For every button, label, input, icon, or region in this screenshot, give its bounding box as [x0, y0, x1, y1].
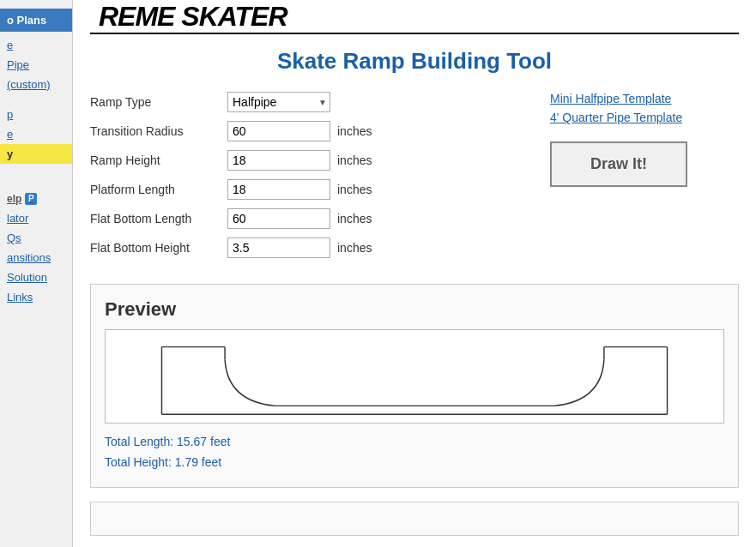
header-bar: REME SKATER — [90, 0, 739, 34]
platform-length-label: Platform Length — [90, 183, 227, 196]
sidebar-item-custom[interactable]: (custom) — [0, 75, 72, 94]
flat-bottom-length-label: Flat Bottom Length — [90, 212, 227, 225]
preview-svg — [106, 330, 723, 423]
ramp-height-row: Ramp Height inches — [90, 150, 524, 171]
ramp-type-select[interactable]: Halfpipe Quarter Pipe Mini Ramp — [227, 92, 330, 112]
sidebar-item-solution[interactable]: Solution — [0, 267, 72, 287]
platform-length-row: Platform Length inches — [90, 179, 524, 200]
flat-bottom-height-unit: inches — [337, 241, 372, 255]
sidebar-item-e2[interactable]: e — [0, 124, 72, 144]
template-link-mini-halfpipe[interactable]: Mini Halfpipe Template — [550, 92, 739, 105]
form-fields: Ramp Type Halfpipe Quarter Pipe Mini Ram… — [90, 92, 524, 267]
transition-radius-row: Transition Radius inches — [90, 121, 524, 141]
transition-radius-label: Transition Radius — [90, 124, 227, 138]
sidebar-item-calculator[interactable]: lator — [0, 208, 72, 228]
flat-bottom-length-row: Flat Bottom Length inches — [90, 208, 524, 229]
ramp-height-input[interactable] — [227, 150, 330, 171]
ramp-type-select-wrapper: Halfpipe Quarter Pipe Mini Ramp ▼ — [227, 92, 330, 112]
header-logo: REME SKATER — [99, 1, 287, 33]
sidebar: o Plans e Pipe (custom) p e y elp P lato… — [0, 0, 73, 547]
preview-stats: Total Length: 15.67 feet Total Height: 1… — [105, 432, 724, 473]
preview-canvas — [105, 329, 724, 424]
sidebar-section-2: p e y — [0, 105, 72, 164]
transition-radius-input[interactable] — [227, 121, 330, 141]
sidebar-item-p[interactable]: p — [0, 105, 72, 124]
preview-box: Preview — [90, 284, 739, 488]
flat-bottom-length-input[interactable] — [227, 208, 330, 229]
form-area: Ramp Type Halfpipe Quarter Pipe Mini Ram… — [90, 92, 739, 267]
ramp-height-unit: inches — [337, 153, 372, 167]
sidebar-item-y[interactable]: y — [0, 144, 72, 164]
platform-length-input[interactable] — [227, 179, 330, 200]
bottom-box — [90, 502, 739, 536]
sidebar-item-pipe[interactable]: Pipe — [0, 55, 72, 75]
ramp-height-label: Ramp Height — [90, 153, 227, 167]
total-height-stat: Total Height: 1.79 feet — [105, 453, 724, 473]
sidebar-item-transitions[interactable]: ansitions — [0, 248, 72, 267]
template-link-quarter-pipe[interactable]: 4' Quarter Pipe Template — [550, 111, 739, 124]
preview-title: Preview — [105, 298, 724, 321]
platform-length-unit: inches — [337, 183, 372, 196]
right-panel: Mini Halfpipe Template 4' Quarter Pipe T… — [550, 92, 739, 267]
flat-bottom-length-unit: inches — [337, 212, 372, 225]
draw-button[interactable]: Draw It! — [550, 141, 687, 187]
sidebar-item-e1[interactable]: e — [0, 35, 72, 55]
sidebar-section-bottom: elp P lator Qs ansitions Solution Links — [0, 189, 72, 307]
sidebar-header: o Plans — [0, 9, 72, 32]
main-content: REME SKATER Skate Ramp Building Tool Ram… — [73, 0, 756, 547]
sidebar-item-qs[interactable]: Qs — [0, 228, 72, 248]
flat-bottom-height-input[interactable] — [227, 237, 330, 258]
total-length-stat: Total Length: 15.67 feet — [105, 432, 724, 453]
sidebar-item-links[interactable]: Links — [0, 287, 72, 307]
page-title: Skate Ramp Building Tool — [90, 48, 739, 75]
transition-radius-unit: inches — [337, 124, 372, 138]
sidebar-item-help[interactable]: elp P — [0, 189, 72, 208]
ramp-type-row: Ramp Type Halfpipe Quarter Pipe Mini Ram… — [90, 92, 524, 112]
ramp-type-label: Ramp Type — [90, 95, 227, 109]
flat-bottom-height-label: Flat Bottom Height — [90, 241, 227, 255]
flat-bottom-height-row: Flat Bottom Height inches — [90, 237, 524, 258]
